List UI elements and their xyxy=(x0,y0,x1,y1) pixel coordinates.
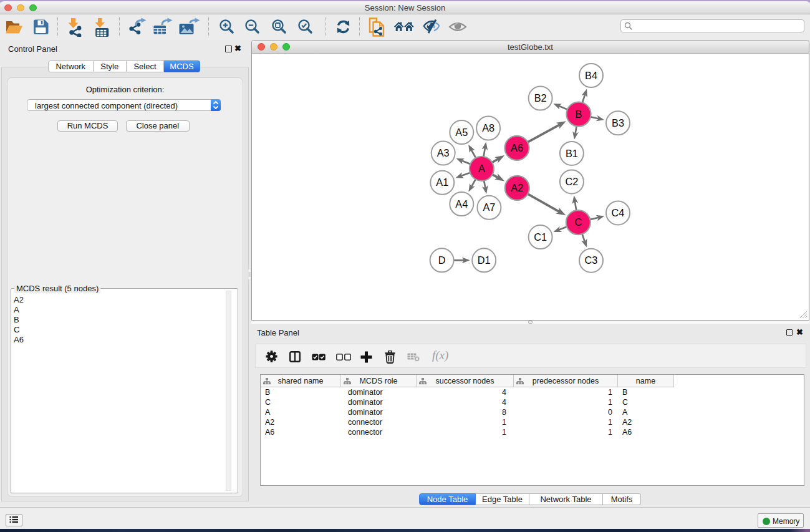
svg-text:A1: A1 xyxy=(436,177,448,188)
svg-text:A8: A8 xyxy=(482,122,494,133)
svg-text:C4: C4 xyxy=(612,207,625,218)
svg-text:D: D xyxy=(438,254,446,266)
svg-text:C1: C1 xyxy=(534,231,547,243)
svg-text:C3: C3 xyxy=(585,254,598,266)
svg-text:B4: B4 xyxy=(585,70,597,81)
svg-text:A7: A7 xyxy=(483,201,495,213)
svg-text:A6: A6 xyxy=(511,142,523,153)
svg-text:A: A xyxy=(478,163,485,174)
svg-text:A4: A4 xyxy=(455,198,468,210)
svg-text:A3: A3 xyxy=(437,147,450,158)
svg-text:B: B xyxy=(576,109,582,120)
svg-text:D1: D1 xyxy=(478,254,491,266)
svg-text:B2: B2 xyxy=(534,92,547,104)
svg-text:C: C xyxy=(574,216,582,228)
svg-text:B3: B3 xyxy=(612,117,624,128)
svg-text:C2: C2 xyxy=(565,176,578,187)
svg-text:A2: A2 xyxy=(511,182,523,193)
svg-text:A5: A5 xyxy=(455,127,468,138)
svg-text:B1: B1 xyxy=(566,148,578,159)
